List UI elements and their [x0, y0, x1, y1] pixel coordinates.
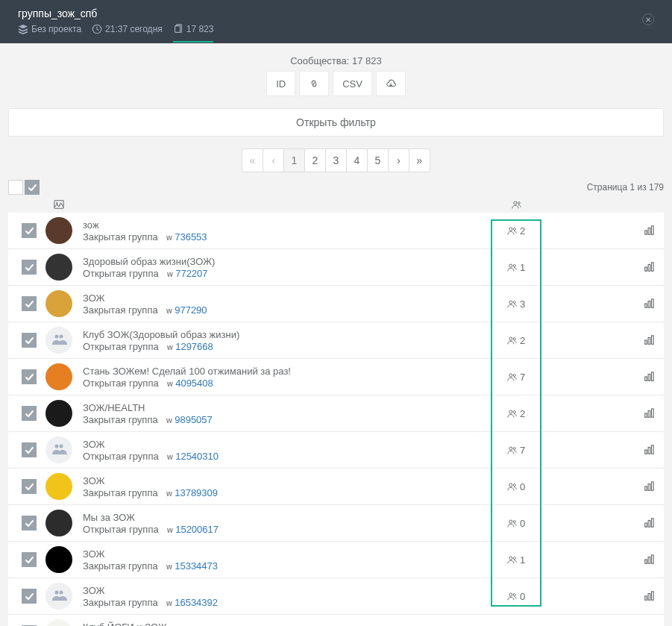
stats-button[interactable] [634, 408, 664, 419]
stats-button[interactable] [634, 445, 664, 455]
row-checkbox[interactable] [22, 333, 37, 348]
select-all-checked[interactable] [25, 180, 40, 195]
row-checkbox[interactable] [22, 552, 37, 567]
page-4[interactable]: 4 [346, 148, 368, 172]
row-checkbox[interactable] [22, 260, 37, 275]
page-1[interactable]: 1 [283, 148, 305, 172]
member-count: 0 [495, 481, 537, 492]
row-title[interactable]: Здоровый образ жизни(ЗОЖ) [83, 256, 495, 267]
bar-chart-icon [644, 591, 654, 601]
link-icon [309, 78, 319, 89]
users-placeholder-icon [51, 332, 67, 348]
row-title[interactable]: зож [83, 219, 495, 231]
stats-button[interactable] [634, 298, 664, 309]
avatar [45, 436, 72, 463]
count-meta[interactable]: 17 823 [173, 24, 214, 34]
table-row: Клуб ЗОЖ(Здоровый образ жизни)Открытая г… [8, 322, 664, 358]
row-title[interactable]: ЗОЖ [83, 585, 495, 596]
vk-id-link[interactable]: 15200617 [175, 524, 219, 535]
export-csv-button[interactable]: CSV [333, 71, 372, 96]
table-row: ЗОЖЗакрытая группа w137893090 [8, 468, 664, 504]
stats-button[interactable] [634, 554, 664, 565]
stats-button[interactable] [634, 591, 664, 601]
users-icon [507, 482, 517, 492]
bar-chart-icon [644, 408, 654, 419]
check-icon [25, 519, 34, 528]
vk-id-link[interactable]: 736553 [175, 231, 207, 242]
users-icon [507, 263, 517, 272]
vk-id-link[interactable]: 977290 [175, 304, 207, 316]
row-subtitle: Закрытая группа w13789309 [83, 487, 495, 498]
users-icon [507, 299, 517, 309]
project-meta[interactable]: Без проекта [18, 24, 81, 34]
results-table: зожЗакрытая группа w7365532Здоровый обра… [8, 213, 664, 626]
row-subtitle: Закрытая группа w15334473 [83, 560, 495, 572]
export-link-button[interactable] [299, 71, 329, 96]
table-row: ЗОЖЗакрытая группа w9772903 [8, 285, 664, 322]
users-icon [507, 409, 517, 419]
table-row: ЗОЖ/HEALTHЗакрытая группа w98950572 [8, 395, 664, 431]
vk-id-link[interactable]: 16534392 [175, 597, 218, 608]
page-‹[interactable]: ‹ [263, 148, 284, 172]
cloud-download-icon [386, 78, 396, 89]
check-icon [25, 299, 34, 308]
users-icon [507, 372, 517, 382]
page-2[interactable]: 2 [304, 148, 326, 172]
stats-button[interactable] [634, 262, 664, 272]
row-title[interactable]: Стань ЗОЖем! Сделай 100 отжиманий за раз… [83, 366, 495, 377]
avatar [45, 327, 72, 354]
row-title[interactable]: Клуб ЙОГИ и ЗОЖ. [83, 622, 495, 627]
row-checkbox[interactable] [22, 369, 37, 384]
vk-id-link[interactable]: 15334473 [175, 560, 218, 572]
member-count: 2 [495, 225, 537, 237]
row-checkbox[interactable] [22, 516, 37, 530]
row-checkbox[interactable] [22, 479, 37, 494]
vk-icon: w [167, 380, 172, 388]
select-all-empty[interactable] [8, 180, 23, 195]
page-›[interactable]: › [388, 148, 409, 172]
row-title[interactable]: Мы за ЗОЖ [83, 512, 495, 523]
vk-icon: w [167, 526, 172, 534]
page-3[interactable]: 3 [325, 148, 347, 172]
page-»[interactable]: » [409, 148, 430, 172]
vk-id-link[interactable]: 772207 [175, 268, 207, 279]
page-«[interactable]: « [242, 148, 263, 172]
vk-id-link[interactable]: 9895057 [175, 414, 213, 425]
stack-icon [18, 24, 28, 34]
close-button[interactable]: ✕ [642, 13, 654, 25]
row-title[interactable]: ЗОЖ/HEALTH [83, 402, 495, 413]
vk-icon: w [166, 234, 172, 242]
export-id-button[interactable]: ID [266, 71, 295, 96]
row-title[interactable]: ЗОЖ [83, 475, 495, 486]
vk-id-link[interactable]: 13789309 [175, 487, 218, 498]
stats-button[interactable] [634, 335, 664, 345]
export-cloud-button[interactable] [376, 71, 406, 96]
stats-button[interactable] [634, 481, 664, 492]
vk-id-link[interactable]: 4095408 [175, 378, 213, 389]
check-icon [25, 445, 34, 454]
row-title[interactable]: Клуб ЗОЖ(Здоровый образ жизни) [83, 329, 495, 340]
avatar [45, 510, 72, 536]
open-filter-button[interactable]: Открыть фильтр [8, 108, 664, 137]
avatar [45, 583, 72, 610]
row-subtitle: Открытая группа w772207 [83, 268, 495, 279]
row-title[interactable]: ЗОЖ [83, 548, 495, 560]
row-checkbox[interactable] [22, 406, 37, 421]
stats-button[interactable] [634, 518, 664, 528]
vk-id-link[interactable]: 1297668 [175, 341, 213, 352]
vk-icon: w [166, 307, 172, 315]
avatar [45, 290, 72, 317]
table-row: Стань ЗОЖем! Сделай 100 отжиманий за раз… [8, 358, 664, 395]
vk-id-link[interactable]: 12540310 [175, 451, 219, 462]
stats-button[interactable] [634, 372, 664, 382]
stats-button[interactable] [634, 225, 664, 236]
row-checkbox[interactable] [22, 223, 37, 238]
row-title[interactable]: ЗОЖ [83, 439, 495, 450]
page-5[interactable]: 5 [367, 148, 389, 172]
table-row: зожЗакрытая группа w7365532 [8, 213, 664, 248]
row-checkbox[interactable] [22, 296, 37, 311]
row-checkbox[interactable] [22, 442, 37, 457]
row-checkbox[interactable] [22, 589, 37, 604]
row-title[interactable]: ЗОЖ [83, 292, 495, 304]
users-icon [507, 226, 517, 236]
